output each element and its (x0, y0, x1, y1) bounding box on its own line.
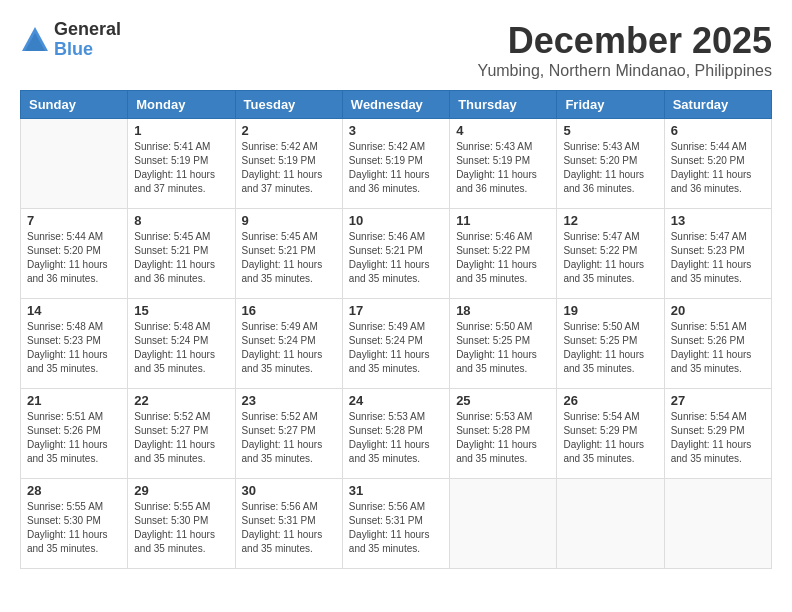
day-info: Sunrise: 5:54 AM Sunset: 5:29 PM Dayligh… (563, 410, 657, 466)
day-number: 12 (563, 213, 657, 228)
calendar-cell: 7Sunrise: 5:44 AM Sunset: 5:20 PM Daylig… (21, 209, 128, 299)
day-number: 20 (671, 303, 765, 318)
calendar-cell: 23Sunrise: 5:52 AM Sunset: 5:27 PM Dayli… (235, 389, 342, 479)
week-row-4: 28Sunrise: 5:55 AM Sunset: 5:30 PM Dayli… (21, 479, 772, 569)
day-info: Sunrise: 5:55 AM Sunset: 5:30 PM Dayligh… (27, 500, 121, 556)
calendar-cell: 6Sunrise: 5:44 AM Sunset: 5:20 PM Daylig… (664, 119, 771, 209)
month-title: December 2025 (478, 20, 772, 62)
day-number: 5 (563, 123, 657, 138)
calendar-cell: 1Sunrise: 5:41 AM Sunset: 5:19 PM Daylig… (128, 119, 235, 209)
calendar-cell (450, 479, 557, 569)
day-number: 24 (349, 393, 443, 408)
calendar-cell: 11Sunrise: 5:46 AM Sunset: 5:22 PM Dayli… (450, 209, 557, 299)
day-number: 17 (349, 303, 443, 318)
day-info: Sunrise: 5:51 AM Sunset: 5:26 PM Dayligh… (27, 410, 121, 466)
day-info: Sunrise: 5:51 AM Sunset: 5:26 PM Dayligh… (671, 320, 765, 376)
day-info: Sunrise: 5:52 AM Sunset: 5:27 PM Dayligh… (134, 410, 228, 466)
day-info: Sunrise: 5:53 AM Sunset: 5:28 PM Dayligh… (349, 410, 443, 466)
calendar-cell: 10Sunrise: 5:46 AM Sunset: 5:21 PM Dayli… (342, 209, 449, 299)
header-friday: Friday (557, 91, 664, 119)
calendar: SundayMondayTuesdayWednesdayThursdayFrid… (20, 90, 772, 569)
day-info: Sunrise: 5:48 AM Sunset: 5:24 PM Dayligh… (134, 320, 228, 376)
week-row-1: 7Sunrise: 5:44 AM Sunset: 5:20 PM Daylig… (21, 209, 772, 299)
calendar-cell: 18Sunrise: 5:50 AM Sunset: 5:25 PM Dayli… (450, 299, 557, 389)
calendar-cell: 27Sunrise: 5:54 AM Sunset: 5:29 PM Dayli… (664, 389, 771, 479)
day-number: 22 (134, 393, 228, 408)
day-number: 26 (563, 393, 657, 408)
day-number: 31 (349, 483, 443, 498)
calendar-cell: 4Sunrise: 5:43 AM Sunset: 5:19 PM Daylig… (450, 119, 557, 209)
calendar-cell: 22Sunrise: 5:52 AM Sunset: 5:27 PM Dayli… (128, 389, 235, 479)
calendar-cell: 20Sunrise: 5:51 AM Sunset: 5:26 PM Dayli… (664, 299, 771, 389)
calendar-cell: 5Sunrise: 5:43 AM Sunset: 5:20 PM Daylig… (557, 119, 664, 209)
day-info: Sunrise: 5:54 AM Sunset: 5:29 PM Dayligh… (671, 410, 765, 466)
calendar-cell: 8Sunrise: 5:45 AM Sunset: 5:21 PM Daylig… (128, 209, 235, 299)
day-number: 27 (671, 393, 765, 408)
header-sunday: Sunday (21, 91, 128, 119)
day-number: 28 (27, 483, 121, 498)
calendar-cell: 26Sunrise: 5:54 AM Sunset: 5:29 PM Dayli… (557, 389, 664, 479)
day-number: 29 (134, 483, 228, 498)
day-info: Sunrise: 5:44 AM Sunset: 5:20 PM Dayligh… (27, 230, 121, 286)
header-tuesday: Tuesday (235, 91, 342, 119)
calendar-cell: 9Sunrise: 5:45 AM Sunset: 5:21 PM Daylig… (235, 209, 342, 299)
day-info: Sunrise: 5:46 AM Sunset: 5:21 PM Dayligh… (349, 230, 443, 286)
week-row-2: 14Sunrise: 5:48 AM Sunset: 5:23 PM Dayli… (21, 299, 772, 389)
day-info: Sunrise: 5:47 AM Sunset: 5:23 PM Dayligh… (671, 230, 765, 286)
day-info: Sunrise: 5:42 AM Sunset: 5:19 PM Dayligh… (349, 140, 443, 196)
calendar-cell: 2Sunrise: 5:42 AM Sunset: 5:19 PM Daylig… (235, 119, 342, 209)
calendar-cell (557, 479, 664, 569)
calendar-cell: 19Sunrise: 5:50 AM Sunset: 5:25 PM Dayli… (557, 299, 664, 389)
day-info: Sunrise: 5:56 AM Sunset: 5:31 PM Dayligh… (349, 500, 443, 556)
day-number: 23 (242, 393, 336, 408)
day-number: 13 (671, 213, 765, 228)
day-info: Sunrise: 5:48 AM Sunset: 5:23 PM Dayligh… (27, 320, 121, 376)
day-number: 19 (563, 303, 657, 318)
week-row-0: 1Sunrise: 5:41 AM Sunset: 5:19 PM Daylig… (21, 119, 772, 209)
calendar-cell: 31Sunrise: 5:56 AM Sunset: 5:31 PM Dayli… (342, 479, 449, 569)
header-monday: Monday (128, 91, 235, 119)
calendar-cell (664, 479, 771, 569)
day-info: Sunrise: 5:56 AM Sunset: 5:31 PM Dayligh… (242, 500, 336, 556)
day-number: 14 (27, 303, 121, 318)
day-number: 3 (349, 123, 443, 138)
day-info: Sunrise: 5:55 AM Sunset: 5:30 PM Dayligh… (134, 500, 228, 556)
day-info: Sunrise: 5:43 AM Sunset: 5:20 PM Dayligh… (563, 140, 657, 196)
day-info: Sunrise: 5:45 AM Sunset: 5:21 PM Dayligh… (242, 230, 336, 286)
day-number: 2 (242, 123, 336, 138)
day-number: 10 (349, 213, 443, 228)
calendar-cell (21, 119, 128, 209)
day-number: 6 (671, 123, 765, 138)
day-number: 18 (456, 303, 550, 318)
logo-general-text: General (54, 20, 121, 40)
calendar-cell: 15Sunrise: 5:48 AM Sunset: 5:24 PM Dayli… (128, 299, 235, 389)
calendar-cell: 14Sunrise: 5:48 AM Sunset: 5:23 PM Dayli… (21, 299, 128, 389)
day-info: Sunrise: 5:45 AM Sunset: 5:21 PM Dayligh… (134, 230, 228, 286)
week-row-3: 21Sunrise: 5:51 AM Sunset: 5:26 PM Dayli… (21, 389, 772, 479)
day-number: 1 (134, 123, 228, 138)
calendar-cell: 28Sunrise: 5:55 AM Sunset: 5:30 PM Dayli… (21, 479, 128, 569)
day-number: 4 (456, 123, 550, 138)
day-number: 21 (27, 393, 121, 408)
location-title: Yumbing, Northern Mindanao, Philippines (478, 62, 772, 80)
calendar-cell: 16Sunrise: 5:49 AM Sunset: 5:24 PM Dayli… (235, 299, 342, 389)
day-number: 16 (242, 303, 336, 318)
day-number: 15 (134, 303, 228, 318)
day-info: Sunrise: 5:50 AM Sunset: 5:25 PM Dayligh… (563, 320, 657, 376)
day-info: Sunrise: 5:52 AM Sunset: 5:27 PM Dayligh… (242, 410, 336, 466)
calendar-cell: 12Sunrise: 5:47 AM Sunset: 5:22 PM Dayli… (557, 209, 664, 299)
day-number: 7 (27, 213, 121, 228)
day-info: Sunrise: 5:50 AM Sunset: 5:25 PM Dayligh… (456, 320, 550, 376)
calendar-cell: 17Sunrise: 5:49 AM Sunset: 5:24 PM Dayli… (342, 299, 449, 389)
header: General Blue December 2025 Yumbing, Nort… (20, 20, 772, 80)
day-info: Sunrise: 5:53 AM Sunset: 5:28 PM Dayligh… (456, 410, 550, 466)
logo: General Blue (20, 20, 121, 60)
day-number: 25 (456, 393, 550, 408)
calendar-cell: 29Sunrise: 5:55 AM Sunset: 5:30 PM Dayli… (128, 479, 235, 569)
header-wednesday: Wednesday (342, 91, 449, 119)
calendar-cell: 3Sunrise: 5:42 AM Sunset: 5:19 PM Daylig… (342, 119, 449, 209)
logo-icon (20, 25, 50, 55)
calendar-cell: 13Sunrise: 5:47 AM Sunset: 5:23 PM Dayli… (664, 209, 771, 299)
day-info: Sunrise: 5:42 AM Sunset: 5:19 PM Dayligh… (242, 140, 336, 196)
calendar-cell: 24Sunrise: 5:53 AM Sunset: 5:28 PM Dayli… (342, 389, 449, 479)
